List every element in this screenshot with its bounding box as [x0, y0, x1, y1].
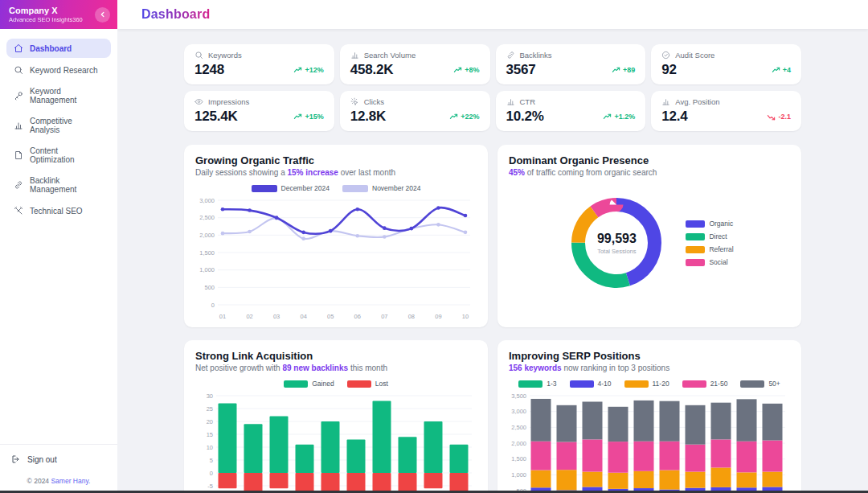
legend-label: Gained — [312, 380, 334, 388]
svg-text:04: 04 — [300, 313, 306, 320]
stat-value: 12.8K — [350, 109, 386, 125]
svg-text:0: 0 — [210, 470, 213, 477]
legend-item[interactable]: Social — [686, 258, 733, 266]
svg-text:2,000: 2,000 — [199, 232, 215, 239]
main-area: Dashboard Keywords 1248 +12% Search Volu… — [117, 0, 868, 493]
legend-swatch — [686, 233, 705, 240]
legend-item[interactable]: 50+ — [740, 380, 780, 388]
svg-text:3,000: 3,000 — [511, 408, 526, 415]
trend-value: +12% — [305, 66, 323, 74]
sidebar-brand-header: Company X Advanced SEO Insights360 — [0, 0, 117, 29]
stat-card-ctr: CTR 10.2% +1.2% — [496, 91, 646, 131]
chart-subtitle: 156 keywords now ranking in top 3 positi… — [509, 364, 790, 372]
stat-card-keywords: Keywords 1248 +12% — [184, 44, 334, 84]
sidebar-collapse-button[interactable] — [95, 7, 110, 23]
legend-label: Referral — [709, 245, 733, 253]
copyright-link[interactable]: Samer Hany. — [51, 477, 90, 485]
legend-label: November 2024 — [372, 184, 420, 192]
legend-item[interactable]: Gained — [284, 380, 334, 388]
chart-title: Improving SERP Positions — [509, 350, 790, 362]
stat-card-clicks: Clicks 12.8K +22% — [340, 91, 490, 131]
chart-card-serp-positions: Improving SERP Positions 156 keywords no… — [497, 340, 801, 493]
stat-label: Clicks — [364, 97, 384, 106]
sidebar-item-keyword-research[interactable]: Keyword Research — [6, 60, 111, 80]
stat-label: Avg. Position — [675, 97, 719, 106]
trend-badge: +22% — [449, 113, 479, 121]
sidebar-item-content-optimization[interactable]: Content Optimization — [6, 142, 111, 169]
trending-up-icon — [449, 113, 458, 121]
legend-swatch — [342, 185, 368, 192]
chart-subtitle: 45% of traffic coming from organic searc… — [509, 168, 790, 177]
chart-card-organic-traffic: Growing Organic Traffic Daily sessions s… — [184, 145, 488, 327]
svg-text:05: 05 — [327, 313, 334, 320]
sign-out-label: Sign out — [27, 455, 57, 464]
legend-item[interactable]: 11-20 — [624, 380, 669, 388]
sidebar-item-dashboard[interactable]: Dashboard — [6, 39, 111, 58]
legend-item[interactable]: Lost — [347, 380, 388, 388]
brand-name: Company X — [9, 6, 83, 17]
stat-value: 12.4 — [661, 109, 687, 125]
sidebar-item-backlink-management[interactable]: Backlink Management — [6, 171, 111, 199]
page-title: Dashboard — [141, 7, 210, 22]
donut-total-label: Total Sessions — [597, 248, 636, 255]
stat-label: Backlinks — [520, 51, 552, 60]
trend-value: +15% — [305, 113, 323, 121]
diverging-bar-chart: 302520151050-5-10 — [195, 389, 477, 493]
legend-item[interactable]: 21-50 — [682, 380, 728, 388]
legend-item[interactable]: November 2024 — [342, 184, 420, 192]
legend-item[interactable]: 4-10 — [570, 380, 612, 388]
trend-badge: +89 — [612, 66, 635, 75]
stat-card-avg-position: Avg. Position 12.4 -2.1 — [651, 91, 801, 131]
link-icon — [14, 180, 23, 190]
stat-value: 1248 — [194, 62, 224, 78]
sidebar-item-keyword-management[interactable]: Keyword Management — [6, 82, 111, 109]
legend-item[interactable]: Referral — [686, 245, 733, 253]
sidebar-item-competitive-analysis[interactable]: Competitive Analysis — [6, 112, 111, 139]
key-icon — [14, 91, 23, 101]
svg-text:5: 5 — [210, 457, 213, 464]
legend-swatch — [518, 380, 542, 388]
legend-label: 21-50 — [710, 380, 728, 388]
sidebar-item-label: Dashboard — [30, 44, 72, 53]
trending-up-icon — [453, 66, 462, 75]
legend-label: Organic — [709, 220, 733, 228]
legend-item[interactable]: 1-3 — [518, 380, 556, 388]
line-chart-legend: December 2024November 2024 — [195, 184, 477, 192]
donut-chart: 99,593 Total Sessions — [565, 191, 668, 294]
legend-item[interactable]: Organic — [686, 220, 733, 228]
legend-swatch — [686, 220, 705, 228]
trend-value: +22% — [461, 113, 479, 121]
svg-text:20: 20 — [207, 418, 213, 425]
legend-swatch — [252, 185, 277, 192]
sign-out-button[interactable]: Sign out — [11, 454, 106, 464]
svg-text:1,500: 1,500 — [511, 455, 526, 462]
legend-label: 4-10 — [598, 380, 612, 388]
svg-text:09: 09 — [435, 313, 441, 320]
chart-subtitle: Daily sessions showing a 15% increase ov… — [195, 168, 477, 177]
stat-card-audit-score: Audit Score 92 +4 — [651, 44, 801, 84]
sidebar-item-technical-seo[interactable]: Technical SEO — [6, 201, 111, 220]
stat-label: CTR — [520, 97, 536, 106]
stat-label: Search Volume — [364, 51, 416, 60]
sidebar-footer: Sign out © 2024 Samer Hany. — [0, 444, 117, 493]
trend-badge: +8% — [453, 66, 479, 75]
svg-text:15: 15 — [207, 431, 213, 438]
legend-swatch — [686, 259, 705, 266]
legend-item[interactable]: Direct — [686, 232, 733, 240]
trending-up-icon — [772, 66, 780, 75]
sidebar-item-label: Content Optimization — [30, 146, 104, 164]
search-icon — [194, 51, 203, 60]
trend-badge: +15% — [293, 113, 323, 121]
svg-text:10: 10 — [207, 444, 213, 451]
sidebar-item-label: Backlink Management — [30, 176, 104, 194]
legend-item[interactable]: December 2024 — [252, 184, 330, 192]
search-icon — [14, 65, 23, 75]
svg-text:10: 10 — [462, 313, 469, 320]
topbar: Dashboard — [117, 0, 868, 29]
legend-label: 50+ — [768, 380, 780, 388]
logout-icon — [11, 454, 21, 464]
bar-chart-icon — [506, 97, 515, 106]
stat-card-impressions: Impressions 125.4K +15% — [184, 91, 334, 131]
copyright: © 2024 Samer Hany. — [11, 477, 106, 485]
legend-label: Lost — [375, 380, 388, 388]
